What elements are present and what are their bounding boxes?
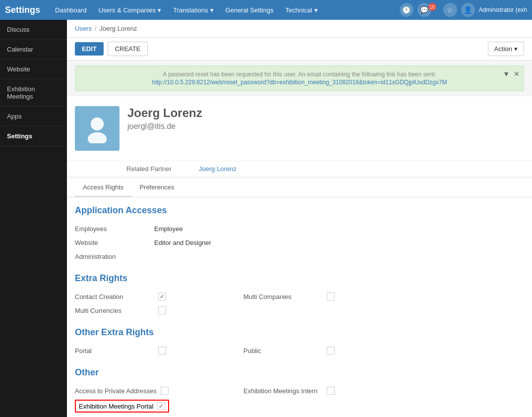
related-partner-value[interactable]: Joerg Lorenz — [199, 165, 236, 173]
chevron-down-icon: ▾ — [514, 45, 518, 53]
breadcrumb-current: Joerg Lorenz — [100, 25, 137, 32]
create-button[interactable]: CREATE — [108, 42, 148, 56]
user-label: Administrator (exh — [479, 6, 527, 13]
main-content: Users / Joerg Lorenz EDIT CREATE Action … — [67, 20, 532, 417]
avatar-svg — [82, 114, 112, 143]
breadcrumb-separator: / — [95, 25, 97, 32]
nav-dashboard[interactable]: Dashboard — [50, 2, 92, 18]
other-section: Other Access to Private Addresses Exhibi… — [75, 367, 524, 415]
tabs-bar: Access Rights Preferences — [67, 179, 532, 197]
employees-value: Employee — [154, 225, 183, 233]
portal-checkbox[interactable] — [158, 347, 166, 355]
public-row: Public — [243, 344, 392, 357]
sidebar-item-website[interactable]: Website — [0, 60, 67, 79]
nav-technical[interactable]: Technical ▾ — [280, 2, 322, 18]
alert-main-text: A password reset has been requested for … — [83, 71, 516, 78]
multi-companies-label: Multi Companies — [243, 293, 323, 300]
svg-point-1 — [88, 132, 107, 143]
access-private-label: Access to Private Addresses — [75, 387, 157, 395]
contact-creation-label: Contact Creation — [75, 293, 154, 300]
related-partner-row: Related Partner Joerg Lorenz — [67, 161, 532, 177]
website-value: Editor and Designer — [154, 239, 211, 246]
action-button[interactable]: Action ▾ — [488, 42, 524, 56]
nav-menu: Dashboard Users & Companies ▾ Translatio… — [50, 2, 400, 18]
other-extra-rights-left: Portal — [75, 344, 224, 357]
public-checkbox[interactable] — [327, 347, 335, 355]
access-private-checkbox[interactable] — [161, 387, 169, 395]
multi-companies-checkbox[interactable] — [327, 293, 335, 300]
administration-label: Administration — [75, 253, 154, 260]
multi-currencies-checkbox[interactable] — [158, 306, 166, 314]
edit-button[interactable]: EDIT — [75, 42, 104, 56]
toolbar: EDIT CREATE Action ▾ — [67, 38, 532, 60]
sidebar-item-settings[interactable]: Settings — [0, 126, 67, 146]
activity-icon[interactable]: ☆ — [443, 3, 457, 17]
sidebar: Discuss Calendar Website Exhibition Meet… — [0, 20, 67, 417]
exhibition-portal-highlighted: Exhibition Meetings Portal ✓ — [75, 400, 169, 413]
clock-icon[interactable]: 🕐 — [400, 3, 414, 17]
svg-point-0 — [91, 118, 104, 130]
exhibition-intern-label: Exhibition Meetings Intern — [243, 387, 323, 395]
top-navbar: Settings Dashboard Users & Companies ▾ T… — [0, 0, 532, 20]
application-accesses-section: Application Accesses Employees Employee … — [75, 205, 524, 263]
chat-badge: 10 — [428, 3, 436, 11]
profile-info: Joerg Lorenz joergl@itis.de — [127, 106, 524, 131]
field-row-employees: Employees Employee — [75, 222, 524, 236]
chevron-down-icon: ▾ — [158, 6, 161, 14]
extra-rights-title: Extra Rights — [75, 273, 524, 284]
alert-banner: ▼ ✕ A password reset has been requested … — [75, 65, 524, 91]
other-right: Exhibition Meetings Intern — [243, 384, 392, 398]
field-row-administration: Administration — [75, 249, 524, 263]
chevron-down-icon: ▾ — [210, 6, 214, 14]
website-label: Website — [75, 239, 154, 246]
tab-access-rights[interactable]: Access Rights — [75, 179, 131, 197]
tab-preferences[interactable]: Preferences — [131, 179, 182, 197]
sidebar-item-apps[interactable]: Apps — [0, 107, 67, 126]
extra-rights-section: Extra Rights Contact Creation ✓ Multi Cu… — [75, 273, 524, 317]
profile-section: Joerg Lorenz joergl@itis.de — [67, 96, 532, 161]
avatar[interactable]: 👤 — [461, 3, 475, 17]
breadcrumb-parent[interactable]: Users — [75, 25, 92, 32]
chevron-down-icon: ▾ — [314, 6, 318, 14]
sidebar-item-calendar[interactable]: Calendar — [0, 40, 67, 60]
alert-expand-icon[interactable]: ▼ — [503, 70, 510, 78]
other-extra-rights-title: Other Extra Rights — [75, 327, 524, 338]
contact-creation-checkbox[interactable]: ✓ — [158, 293, 166, 300]
sidebar-item-exhibition-meetings[interactable]: Exhibition Meetings — [0, 79, 67, 107]
clock-icon-wrapper: 🕐 — [400, 3, 414, 17]
public-label: Public — [243, 347, 323, 355]
multi-currencies-row: Multi Currencies — [75, 303, 224, 317]
avatar — [75, 106, 119, 151]
profile-email: joergl@itis.de — [127, 122, 524, 131]
exhibition-intern-row: Exhibition Meetings Intern — [243, 384, 392, 398]
exhibition-portal-label: Exhibition Meetings Portal — [79, 403, 153, 410]
field-row-website: Website Editor and Designer — [75, 236, 524, 249]
tab-content: Application Accesses Employees Employee … — [67, 197, 532, 417]
nav-translations[interactable]: Translations ▾ — [168, 2, 218, 18]
exhibition-portal-checkbox[interactable]: ✓ — [157, 402, 165, 410]
nav-general-settings[interactable]: General Settings — [221, 2, 279, 18]
alert-link[interactable]: http://10.0.5.229:8212/web/reset_passwor… — [83, 79, 516, 86]
alert-close-icon[interactable]: ✕ — [514, 70, 520, 78]
profile-name: Joerg Lorenz — [127, 106, 524, 120]
breadcrumb: Users / Joerg Lorenz — [67, 20, 532, 38]
extra-rights-right: Multi Companies — [243, 290, 392, 317]
chat-icon-wrapper: 💬 10 — [417, 3, 439, 17]
portal-label: Portal — [75, 347, 154, 355]
contact-creation-row: Contact Creation ✓ — [75, 290, 224, 303]
portal-row: Portal — [75, 344, 224, 357]
exhibition-intern-checkbox[interactable] — [327, 387, 335, 395]
other-extra-rights-right: Public — [243, 344, 392, 357]
related-partner-label: Related Partner — [126, 165, 191, 173]
other-left: Access to Private Addresses Exhibition M… — [75, 384, 224, 415]
extra-rights-left: Contact Creation ✓ Multi Currencies — [75, 290, 224, 317]
nav-right-section: 🕐 💬 10 ☆ 👤 Administrator (exh — [400, 3, 527, 17]
access-private-row: Access to Private Addresses — [75, 384, 224, 398]
multi-companies-row: Multi Companies — [243, 290, 392, 303]
other-extra-rights-section: Other Extra Rights Portal Public — [75, 327, 524, 357]
brand-logo[interactable]: Settings — [5, 5, 40, 15]
sidebar-item-discuss[interactable]: Discuss — [0, 20, 67, 40]
employees-label: Employees — [75, 225, 154, 233]
nav-users-companies[interactable]: Users & Companies ▾ — [94, 2, 167, 18]
other-title: Other — [75, 367, 524, 378]
